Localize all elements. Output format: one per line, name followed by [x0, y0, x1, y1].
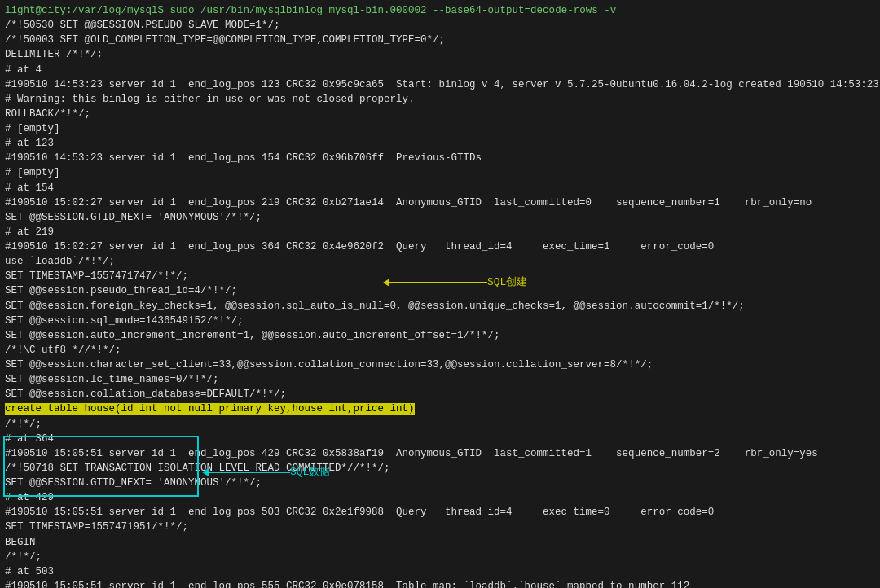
- line-26: SET @@session.lc_time_names=0/*!*/;: [5, 372, 875, 387]
- arrow-head-cyan: [202, 468, 209, 476]
- line-16: # at 219: [5, 225, 875, 239]
- line-5: # at 4: [5, 63, 875, 77]
- sql-data-annotation: SQL数据: [202, 465, 330, 480]
- line-24: /*!\C utf8 *//*!*/;: [5, 343, 875, 358]
- line-29: /*!*/;: [5, 417, 875, 432]
- line-13: # at 154: [5, 181, 875, 195]
- line-2: /*!50530 SET @@SESSION.PSEUDO_SLAVE_MODE…: [5, 18, 875, 33]
- line-4: DELIMITER /*!*/;: [5, 47, 875, 62]
- line-34: # at 429: [5, 490, 875, 505]
- line-8: ROLLBACK/*!*/;: [5, 107, 875, 121]
- prompt: light@city:/var/log/mysql$: [5, 5, 164, 16]
- line-17: #190510 15:02:27 server id 1 end_log_pos…: [5, 239, 875, 254]
- line-10: # at 123: [5, 136, 875, 151]
- line-12: # [empty]: [5, 165, 875, 180]
- line-38: /*!*/;: [5, 550, 875, 564]
- terminal-window: light@city:/var/log/mysql$ sudo /usr/bin…: [0, 0, 880, 588]
- line-36: SET TIMESTAMP=1557471951/*!*/;: [5, 520, 875, 534]
- terminal-prompt-line: light@city:/var/log/mysql$ sudo /usr/bin…: [5, 3, 875, 18]
- line-15: SET @@SESSION.GTID_NEXT= 'ANONYMOUS'/*!*…: [5, 210, 875, 225]
- line-39: # at 503: [5, 564, 875, 579]
- line-11: #190510 14:53:23 server id 1 end_log_pos…: [5, 151, 875, 165]
- line-40: #190510 15:05:51 server id 1 end_log_pos…: [5, 579, 875, 588]
- line-22: SET @@session.sql_mode=1436549152/*!*/;: [5, 314, 875, 328]
- line-7: # Warning: this binlog is either in use …: [5, 92, 875, 107]
- arrow-line-yellow: [389, 282, 487, 283]
- line-6: #190510 14:53:23 server id 1 end_log_pos…: [5, 77, 875, 92]
- line-23: SET @@session.auto_increment_increment=1…: [5, 328, 875, 343]
- line-9: # [empty]: [5, 121, 875, 136]
- line-37: BEGIN: [5, 535, 875, 550]
- line-25: SET @@session.character_set_client=33,@@…: [5, 358, 875, 372]
- sql-create-label: SQL创建: [487, 275, 527, 291]
- sql-create-statement: create table house(id int not null prima…: [5, 403, 415, 415]
- arrow-head-yellow: [383, 279, 389, 287]
- line-30: # at 364: [5, 432, 875, 446]
- sql-data-label: SQL数据: [290, 465, 330, 480]
- line-35: #190510 15:05:51 server id 1 end_log_pos…: [5, 505, 875, 520]
- line-33: SET @@SESSION.GTID_NEXT= 'ANONYMOUS'/*!*…: [5, 476, 875, 490]
- sql-create-line: create table house(id int not null prima…: [5, 402, 875, 416]
- line-3: /*!50003 SET @OLD_COMPLETION_TYPE=@@COMP…: [5, 33, 875, 47]
- sql-create-annotation: SQL创建: [383, 275, 527, 291]
- command: sudo /usr/bin/mysqlbinlog mysql-bin.0000…: [164, 5, 616, 16]
- line-14: #190510 15:02:27 server id 1 end_log_pos…: [5, 195, 875, 210]
- arrow-line-cyan: [209, 472, 290, 473]
- line-18: use `loaddb`/*!*/;: [5, 254, 875, 269]
- line-21: SET @@session.foreign_key_checks=1, @@se…: [5, 299, 875, 314]
- line-32: /*!50718 SET TRANSACTION ISOLATION LEVEL…: [5, 461, 875, 476]
- line-31: #190510 15:05:51 server id 1 end_log_pos…: [5, 446, 875, 461]
- line-27: SET @@session.collation_database=DEFAULT…: [5, 387, 875, 402]
